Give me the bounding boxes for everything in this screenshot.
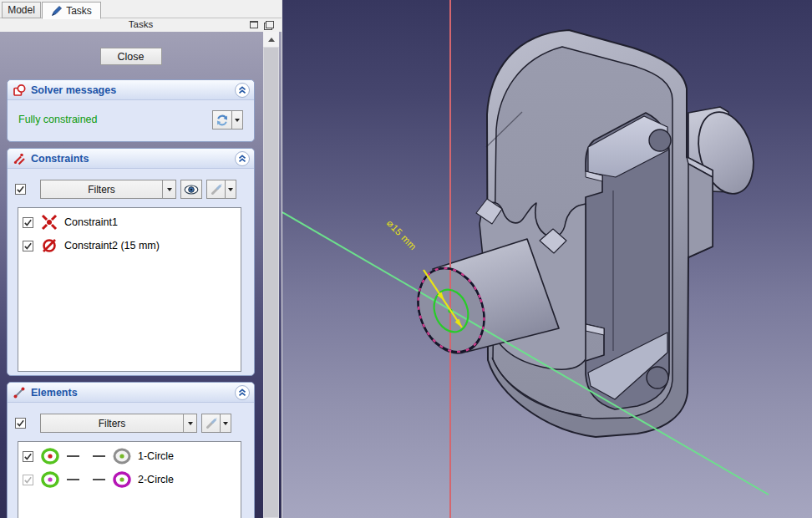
check-icon	[16, 185, 25, 194]
refresh-dropdown-button[interactable]	[231, 110, 243, 130]
freecad-window: Model Tasks Tasks Close	[0, 0, 812, 518]
constraints-collapse-button[interactable]	[235, 151, 250, 166]
tab-tasks-label: Tasks	[66, 5, 92, 17]
diameter-constraint-icon	[40, 236, 58, 255]
sketch-circle-icon	[40, 448, 60, 465]
solver-body: Fully constrained	[8, 100, 254, 142]
elements-section: Elements Filters	[7, 382, 255, 518]
elements-section-title: Elements	[31, 387, 235, 399]
constraints-check-all[interactable]	[15, 184, 26, 195]
element-row[interactable]: 1-Circle	[18, 444, 241, 468]
pencil-icon	[51, 5, 63, 17]
constraints-filters-combobox[interactable]: Filters	[40, 180, 176, 199]
element-label: 2-Circle	[138, 474, 174, 485]
elements-list: 1-Circle	[18, 441, 241, 518]
dash	[67, 479, 79, 480]
eye-icon	[184, 185, 199, 195]
scroll-up-button[interactable]	[263, 32, 279, 47]
element-label: 1-Circle	[138, 450, 174, 462]
constraint-label: Constraint1	[64, 216, 118, 228]
elements-filters-combobox[interactable]: Filters	[40, 414, 197, 433]
constraints-section: Constraints Filter	[7, 148, 255, 376]
elements-section-header[interactable]: Elements	[8, 383, 254, 403]
constraint1-checkbox[interactable]	[23, 217, 33, 228]
panel-titlebar: Tasks	[0, 18, 282, 32]
elements-collapse-button[interactable]	[235, 385, 250, 400]
elements-filters-label: Filters	[41, 414, 183, 432]
chevron-up-icon	[238, 155, 246, 163]
solver-status: Fully constrained	[18, 114, 98, 125]
element2-checkbox[interactable]	[23, 475, 33, 485]
chevron-up-icon	[238, 86, 246, 94]
dash	[93, 479, 105, 480]
triangle-up-icon	[268, 38, 275, 42]
elements-settings-button[interactable]	[201, 414, 221, 433]
constraints-icon	[13, 152, 26, 165]
dash	[67, 455, 79, 457]
element1-checkbox[interactable]	[23, 451, 33, 462]
constraints-settings-dropdown[interactable]	[225, 180, 236, 199]
elements-filter-row: Filters	[15, 414, 243, 433]
check-icon	[23, 452, 33, 461]
coincident-constraint-icon	[40, 213, 58, 231]
constraints-section-title: Constraints	[31, 153, 235, 165]
constraints-filters-label: Filters	[41, 180, 162, 198]
chevron-up-icon	[238, 388, 246, 397]
elements-settings-dropdown[interactable]	[220, 414, 231, 433]
element-row[interactable]: 2-Circle	[18, 468, 241, 491]
part-slot	[586, 113, 671, 409]
combo-arrow-icon	[183, 414, 196, 432]
3d-viewport[interactable]: ⌀15 mm	[282, 0, 812, 518]
check-icon	[23, 218, 33, 227]
wrench-icon	[210, 183, 223, 196]
solver-icon	[13, 84, 26, 97]
sketch-circle-icon	[40, 471, 60, 488]
constraint-row[interactable]: Constraint2 (15 mm)	[18, 234, 241, 257]
dock-undock-icon[interactable]	[266, 21, 274, 28]
elements-check-all[interactable]	[15, 418, 26, 429]
part-bracket[interactable]	[407, 30, 763, 437]
constraints-list: Constraint1 Constraint2 (15 mm)	[18, 207, 241, 372]
dash	[93, 455, 105, 457]
constraint2-checkbox[interactable]	[23, 241, 33, 251]
combo-arrow-icon	[162, 180, 175, 198]
dock-tabbar: Model Tasks	[0, 0, 282, 18]
constraints-section-header[interactable]: Constraints	[8, 149, 254, 169]
solver-section-header[interactable]: Solver messages	[8, 80, 254, 100]
3d-scene: ⌀15 mm	[282, 0, 812, 518]
check-icon	[23, 475, 33, 485]
part-right-tab	[687, 157, 713, 257]
constraints-filter-row: Filters	[15, 180, 243, 199]
constraint-row[interactable]: Constraint1	[18, 211, 241, 234]
tab-model[interactable]: Model	[2, 2, 41, 18]
check-icon	[23, 241, 33, 251]
solver-collapse-button[interactable]	[235, 83, 250, 98]
refresh-icon	[216, 114, 229, 127]
check-icon	[16, 419, 25, 428]
dock-float-icon[interactable]	[250, 21, 258, 28]
tab-tasks[interactable]: Tasks	[42, 2, 101, 19]
dimension-label: ⌀15 mm	[385, 218, 419, 252]
close-button[interactable]: Close	[100, 48, 162, 65]
task-panel: Close Solver messages	[0, 32, 261, 518]
show-hide-constraints-button[interactable]	[180, 180, 202, 199]
edge-circle-icon	[112, 448, 132, 465]
scrollbar-thumb[interactable]	[264, 48, 278, 517]
elements-icon	[13, 386, 26, 399]
constraint-label: Constraint2 (15 mm)	[64, 240, 160, 251]
wrench-icon	[205, 417, 218, 430]
solver-section-title: Solver messages	[31, 84, 235, 96]
auto-update-button[interactable]	[212, 110, 232, 130]
panel-scrollbar[interactable]	[263, 32, 279, 518]
solver-messages-section: Solver messages Fully constrained	[7, 79, 255, 142]
construction-circle-icon	[112, 471, 132, 488]
task-dock: Model Tasks Tasks Close	[0, 0, 282, 518]
tab-model-label: Model	[8, 4, 35, 16]
constraints-settings-button[interactable]	[206, 180, 226, 199]
panel-title: Tasks	[129, 19, 153, 29]
